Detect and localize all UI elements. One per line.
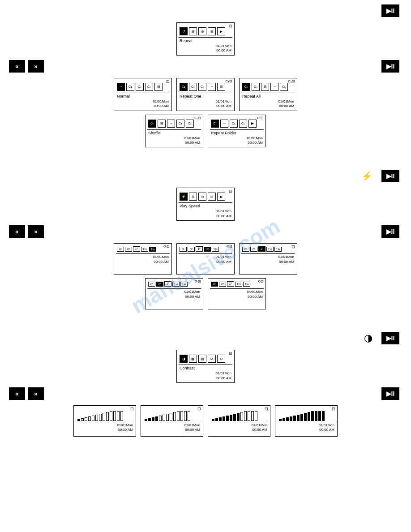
playspeed-screen-time: 01/01Mon00:00 AM — [179, 209, 232, 219]
c3-bar1 — [212, 419, 214, 421]
repeat-all-icon-active: Cₐ — [242, 83, 250, 91]
speed5-box3: 1⁰ — [227, 281, 234, 287]
c2-time: 01/01Mon00:00 AM — [143, 423, 201, 433]
speed5-time: 04/01Mon00:00 AM — [210, 290, 264, 299]
repeat-one-time: 01/01Mon00:00 AM — [179, 99, 232, 109]
normal-corner: ⊡ — [166, 79, 170, 84]
contrast-next-btn[interactable]: » — [28, 387, 44, 400]
repeat-one-label: Repeat One — [179, 94, 232, 99]
playspeed-icon-5: ▶ — [217, 193, 225, 201]
repeat-screen-time: 01/01Mon00:00 AM — [179, 44, 232, 53]
playspeed-screens-row2: ⟳⊡ 0¹ 0² 1⁰ 1½ 1¾ 01/01Mon00:00 AM ⟲⊡ 0¹… — [9, 278, 402, 309]
c3-bar11 — [248, 411, 250, 421]
repeat-one-icon-3: Cₓ — [198, 83, 206, 91]
contrast-screen-label: Contrast — [179, 366, 232, 370]
contrast-icon-4: Ø — [208, 355, 216, 363]
c4-bar2 — [283, 418, 285, 421]
speed2-corner: ⟲⊡ — [226, 245, 232, 249]
shuffle-icon-active: Cₓ — [148, 120, 156, 128]
contrast-play-btn-2[interactable]: ▶II — [381, 387, 399, 400]
shuffle-time: 01/01Mon00:00 AM — [147, 136, 201, 146]
c4-bar3 — [286, 417, 289, 421]
repeat-icon-active: ↺ — [180, 27, 188, 35]
speed4-box2: 0² — [156, 282, 163, 287]
c2-bar7 — [166, 414, 169, 421]
playspeed-prev-btn[interactable]: « — [9, 225, 25, 238]
c1-corner: ⊡ — [130, 407, 134, 411]
c4-corner: ⊡ — [332, 407, 335, 411]
contrast-icon-2: ▦ — [189, 355, 197, 363]
c3-bar4 — [223, 416, 225, 421]
speed3-time: 01/01Mon00:00 AM — [241, 255, 295, 264]
contrast-nav-bar-1: ◑ ▶II — [9, 332, 402, 344]
c2-bars — [143, 411, 201, 421]
c3-bar10 — [244, 411, 247, 421]
playspeed-play-btn-2[interactable]: ▶II — [381, 225, 399, 238]
speed2-time: 01/01Mon00:00 AM — [179, 255, 232, 264]
speed1-icons: 0¹ 0² 1⁰ 1½ 1¾ — [116, 245, 170, 253]
c1-bar13 — [120, 411, 123, 421]
repeat-all-icon-3: ⊟ — [261, 83, 269, 91]
repeat-screen-center: ⊡ ↺ ⊞ ⊙ ⊟ ▶ Repeat 01/01Mon00:00 AM — [9, 22, 402, 56]
playspeed-play-btn-1[interactable]: ▶II — [381, 170, 399, 182]
c2-bar13 — [188, 411, 190, 421]
c3-bar5 — [226, 416, 229, 421]
speed2-box1: 0¹ — [180, 247, 187, 252]
repeat-all-time: 01/01Mon00:00 AM — [241, 99, 295, 109]
c4-bar8 — [304, 413, 307, 421]
repeat-play-btn-2[interactable]: ▶II — [381, 60, 399, 73]
repeat-next-btn[interactable]: » — [28, 60, 44, 73]
normal-icon-4: Cₓ — [145, 83, 153, 91]
playspeed-section: ⚡ ▶II ⊡ ⚡ ⊞ ⊙ ⊟ ▶ Play Speed 01/01Mon00:… — [9, 170, 402, 309]
gap-2 — [9, 318, 402, 332]
c1-time: 01/01Mon00:00 AM — [76, 423, 134, 433]
speed2-box4: 1½ — [204, 247, 211, 252]
c1-bar9 — [106, 412, 109, 421]
shuffle-icon-4: C₁ — [176, 120, 184, 128]
repeat-prev-btn[interactable]: « — [9, 60, 25, 73]
c3-bar9 — [240, 412, 243, 421]
speed5-corner: ⟲⊡ — [257, 279, 264, 283]
c3-bar3 — [219, 417, 222, 421]
contrast-screens-row: ⊡ 01/01Mon00:00 AM — [9, 405, 402, 437]
normal-icon-3: Cₐ — [136, 83, 144, 91]
main-content: ▶II ⊡ ↺ ⊞ ⊙ ⊟ ▶ Repeat 01/01Mon00:00 AM … — [0, 0, 411, 450]
contrast-section: ◑ ▶II ⊡ ◑ ▦ ▤ Ø ⊙ Contrast 01/01Mon00:00… — [9, 332, 402, 437]
c1-bar5 — [92, 416, 94, 421]
repeat-screens-row1: ⊡ → C₁ Cₐ Cₓ ⊟ Normal 01/01Mon00:00 AM C… — [9, 78, 402, 111]
repeat-icons-row: ↺ ⊞ ⊙ ⊟ ▶ — [179, 27, 232, 35]
repeat-play-btn-1[interactable]: ▶II — [381, 4, 399, 17]
shuffle-icon-3: → — [167, 120, 175, 128]
contrast-prev-btn[interactable]: « — [9, 387, 25, 400]
speed3-box5: 1¾ — [274, 247, 282, 252]
contrast-icon-active: ◑ — [180, 355, 188, 363]
repeat-icon-2: ⊞ — [189, 27, 197, 35]
speed4-corner: ⟳⊡ — [195, 279, 201, 283]
speed4-box1: 0¹ — [148, 282, 155, 287]
c1-bar6 — [95, 415, 98, 421]
speed5-box1: 0¹ — [211, 282, 218, 287]
repeat-all-icon-5: C₁ — [280, 83, 288, 91]
speed3-icons: 0¹ 0² 1⁰ 1½ 1¾ — [241, 245, 295, 253]
c2-bar1 — [145, 419, 147, 421]
c2-corner: ⊡ — [197, 407, 201, 411]
contrast-icon-5: ⊙ — [217, 355, 225, 363]
repeat-one-icons: C₁ Cₐ Cₓ → ⊟ — [179, 83, 232, 91]
playspeed-main-screen: ⊡ ⚡ ⊞ ⊙ ⊟ ▶ Play Speed 01/01Mon00:00 AM — [176, 188, 235, 221]
contrast-icon-3: ▤ — [198, 355, 206, 363]
contrast-screen-1: ⊡ 01/01Mon00:00 AM — [73, 405, 136, 437]
repeat-folder-icon-5: ▶ — [248, 120, 257, 128]
speed1-box2: 0² — [125, 247, 132, 252]
playspeed-next-btn[interactable]: » — [28, 225, 44, 238]
c4-bars — [277, 411, 335, 421]
repeat-all-icon-2: Cₓ — [252, 83, 260, 91]
contrast-screen-3: ⊡ 01/01Mon00:00 AM — [208, 405, 270, 437]
c1-bar12 — [117, 411, 120, 421]
contrast-screen-center: ⊡ ◑ ▦ ▤ Ø ⊙ Contrast 01/01Mon00:00 AM — [9, 350, 402, 383]
normal-icons: → C₁ Cₐ Cₓ ⊟ — [116, 83, 170, 91]
contrast-play-btn-1[interactable]: ▶II — [381, 332, 399, 344]
contrast-screen-2: ⊡ 01/01Mon00:00 AM — [141, 405, 203, 437]
c3-bar6 — [230, 415, 232, 421]
c2-bar6 — [163, 415, 165, 421]
playspeed-screen-center: ⊡ ⚡ ⊞ ⊙ ⊟ ▶ Play Speed 01/01Mon00:00 AM — [9, 188, 402, 221]
